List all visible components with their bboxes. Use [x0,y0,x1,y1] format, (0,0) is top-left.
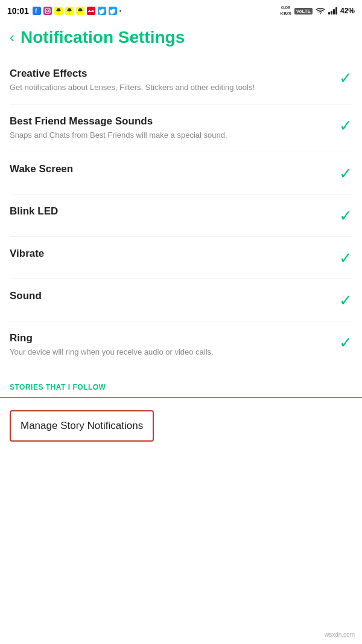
item-description: Get notifications about Lenses, Filters,… [10,82,329,93]
item-content-sound: Sound [10,290,339,304]
item-title: Wake Screen [10,163,329,175]
back-button[interactable]: ‹ [10,29,14,46]
facebook-icon: f [33,7,41,15]
item-content-wake-screen: Wake Screen [10,163,339,178]
checkmark-icon: ✓ [339,249,352,268]
settings-list: Creative Effects Get notifications about… [0,57,362,369]
watermark: wsxdn.com [322,630,357,639]
list-item[interactable]: Creative Effects Get notifications about… [10,57,352,105]
volte-badge: VoLTE [294,8,313,14]
network-speed: 0.09 KB/S [281,5,291,16]
status-time: 10:01 [7,6,29,16]
item-content-ring: Ring Your device will ring when you rece… [10,332,339,358]
header: ‹ Notification Settings [0,22,362,57]
item-content-vibrate: Vibrate [10,248,339,262]
item-title: Creative Effects [10,68,329,80]
item-title: Sound [10,290,329,302]
status-bar: 10:01 f [0,0,362,22]
manage-story-label: Manage Story Notifications [21,420,143,431]
status-app-icons: f [33,7,122,15]
section-header-stories: STORIES THAT I FOLLOW [0,369,362,398]
checkmark-icon: ✓ [339,117,352,135]
list-item[interactable]: Sound ✓ [10,279,352,321]
list-item[interactable]: Best Friend Message Sounds Snaps and Cha… [10,105,352,152]
item-content-best-friend-sounds: Best Friend Message Sounds Snaps and Cha… [10,115,339,141]
item-description: Snaps and Chats from Best Friends will m… [10,130,329,141]
wifi-icon [316,7,325,14]
item-description: Your device will ring when you receive a… [10,347,329,358]
checkmark-icon: ✓ [339,69,352,88]
twitter-icon-1 [98,7,106,15]
snapchat-icon [54,7,63,15]
item-title: Blink LED [10,205,329,217]
snapchat-icon-2 [65,7,74,15]
list-item[interactable]: Wake Screen ✓ [10,152,352,195]
checkmark-icon: ✓ [339,333,352,352]
manage-story-notifications-button[interactable]: Manage Story Notifications [10,410,154,442]
status-right: 0.09 KB/S VoLTE 42% [281,5,355,16]
list-item[interactable]: Blink LED ✓ [10,195,352,237]
battery-icon: 42% [340,7,355,15]
svg-rect-2 [43,7,52,15]
instagram-icon [43,7,52,15]
crown-icon [87,7,95,15]
snapchat-icon-3 [76,7,84,15]
dot-separator: • [119,8,122,14]
svg-point-5 [49,8,50,10]
status-left: 10:01 f [7,6,121,16]
item-title: Vibrate [10,248,329,260]
signal-icon [328,7,337,14]
svg-rect-9 [87,7,95,15]
list-item[interactable]: Vibrate ✓ [10,237,352,279]
section-label: STORIES THAT I FOLLOW [10,383,106,391]
checkmark-icon: ✓ [339,207,352,225]
page-title: Notification Settings [21,28,185,47]
item-content-creative-effects: Creative Effects Get notifications about… [10,68,339,93]
list-item[interactable]: Ring Your device will ring when you rece… [10,321,352,369]
item-content-blink-led: Blink LED [10,205,339,220]
item-title: Best Friend Message Sounds [10,115,329,127]
checkmark-icon: ✓ [339,164,352,183]
checkmark-icon: ✓ [339,291,352,310]
item-title: Ring [10,332,329,344]
twitter-icon-2 [109,7,117,15]
